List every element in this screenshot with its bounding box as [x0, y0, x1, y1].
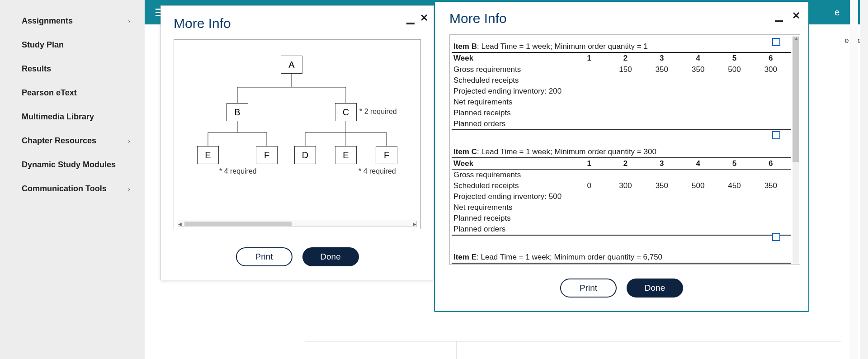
sidebar-item-label: Communication Tools [22, 184, 107, 194]
planned-orders-row: Planned orders [452, 224, 791, 236]
sidebar-item-label: Multimedia Library [22, 112, 94, 122]
close-icon[interactable] [792, 8, 800, 22]
sidebar-item-label: Chapter Resources [22, 136, 96, 146]
divider [305, 341, 841, 341]
net-requirements-row: Net requirements [452, 202, 791, 213]
gross-requirements-row: Gross requirements 150 350 350 500 300 [452, 64, 791, 75]
week-header-row: Week 1 2 3 4 5 6 [452, 263, 791, 265]
planned-orders-row: Planned orders [452, 118, 791, 130]
item-e-header: Item E: Lead Time = 1 week; Minimum orde… [452, 252, 791, 263]
print-button[interactable]: Print [560, 279, 617, 298]
week-header-row: Week 1 2 3 4 5 6 [452, 157, 791, 170]
sidebar-item-communication[interactable]: Communication Tools › [0, 177, 145, 201]
gross-requirements-row: Gross requirements [452, 170, 791, 180]
chevron-right-icon: › [128, 18, 130, 25]
close-icon[interactable] [420, 10, 428, 24]
done-button[interactable]: Done [627, 279, 683, 298]
tree-node-a: A [281, 56, 302, 74]
tree-diagram-box: A B C * 2 required E F D E F * 4 require… [174, 39, 421, 229]
sidebar-item-study-plan[interactable]: Study Plan [0, 33, 145, 57]
scrollbar-thumb[interactable] [184, 222, 292, 226]
scroll-up-icon[interactable]: ▲ [794, 36, 799, 41]
chevron-right-icon: › [128, 137, 130, 145]
more-info-modal-tree: More Info A B C * 2 required E [160, 5, 434, 280]
chevron-right-icon: › [128, 185, 130, 193]
sidebar-item-dynamic-study[interactable]: Dynamic Study Modules [0, 153, 145, 177]
scheduled-receipts-row: Scheduled receipts [452, 75, 791, 86]
annotation-c: * 2 required [359, 108, 397, 116]
copy-icon[interactable] [773, 38, 779, 45]
scroll-right-icon[interactable]: ▶ [413, 222, 416, 227]
planned-receipts-row: Planned receipts [452, 108, 791, 118]
week-header-row: Week 1 2 3 4 5 6 [452, 52, 791, 64]
print-button[interactable]: Print [236, 247, 292, 266]
copy-icon[interactable] [773, 132, 779, 138]
divider [457, 341, 457, 359]
sidebar-item-label: Pearson eText [22, 88, 77, 98]
mrp-table-scroll: ▲ Item B: Lead Time = 1 week; Minimum or… [449, 34, 800, 265]
page-scrollbar[interactable] [860, 0, 868, 359]
vertical-scrollbar[interactable] [793, 36, 799, 264]
sidebar-item-label: Study Plan [22, 40, 64, 50]
net-requirements-row: Net requirements [452, 97, 791, 108]
scheduled-receipts-row: Scheduled receipts 0 300 350 500 450 350 [452, 180, 791, 191]
scroll-left-icon[interactable]: ◀ [178, 222, 182, 227]
tree-node-b: B [226, 103, 248, 121]
planned-receipts-row: Planned receipts [452, 213, 791, 224]
tree-node-f2: F [376, 146, 397, 164]
tree-node-d: D [294, 146, 316, 164]
minimize-icon[interactable] [406, 15, 415, 24]
sidebar-item-label: Assignments [22, 16, 73, 26]
modal-title: More Info [435, 2, 808, 31]
projected-inventory-row: Projected ending inventory: 500 [452, 191, 791, 202]
sidebar-item-multimedia[interactable]: Multimedia Library [0, 105, 145, 129]
projected-inventory-row: Projected ending inventory: 200 [452, 86, 791, 97]
more-info-modal-table: More Info ▲ Item B: Lead Time = 1 week; … [434, 0, 809, 312]
minimize-icon[interactable] [775, 13, 783, 22]
tree-node-c: C [335, 103, 357, 121]
tree-node-f: F [256, 146, 278, 164]
sidebar-item-assignments[interactable]: Assignments › [0, 9, 145, 33]
item-b-header: Item B: Lead Time = 1 week; Minimum orde… [452, 41, 791, 52]
page-scrollbar[interactable] [850, 0, 858, 359]
sidebar-item-pearson-etext[interactable]: Pearson eText [0, 81, 145, 105]
item-c-block: Item C: Lead Time = 1 week; Minimum orde… [452, 146, 791, 236]
tree-node-e: E [197, 146, 219, 164]
sidebar-item-label: Dynamic Study Modules [22, 160, 116, 170]
item-c-header: Item C: Lead Time = 1 week; Minimum orde… [452, 146, 791, 157]
item-b-block: Item B: Lead Time = 1 week; Minimum orde… [452, 41, 791, 130]
sidebar-item-label: Results [22, 64, 51, 74]
copy-icon[interactable] [773, 233, 779, 240]
tree-node-e2: E [335, 146, 357, 164]
scrollbar-thumb[interactable] [793, 37, 799, 162]
item-e-block: Item E: Lead Time = 1 week; Minimum orde… [452, 252, 791, 265]
done-button[interactable]: Done [302, 247, 359, 266]
annotation-right: * 4 required [359, 167, 396, 175]
left-sidebar: Assignments › Study Plan Results Pearson… [0, 0, 145, 359]
sidebar-item-chapter-resources[interactable]: Chapter Resources › [0, 129, 145, 153]
annotation-left: * 4 required [219, 167, 257, 175]
sidebar-item-results[interactable]: Results [0, 57, 145, 81]
horizontal-scrollbar[interactable]: ◀ ▶ [178, 221, 417, 227]
modal-title: More Info [161, 16, 434, 39]
